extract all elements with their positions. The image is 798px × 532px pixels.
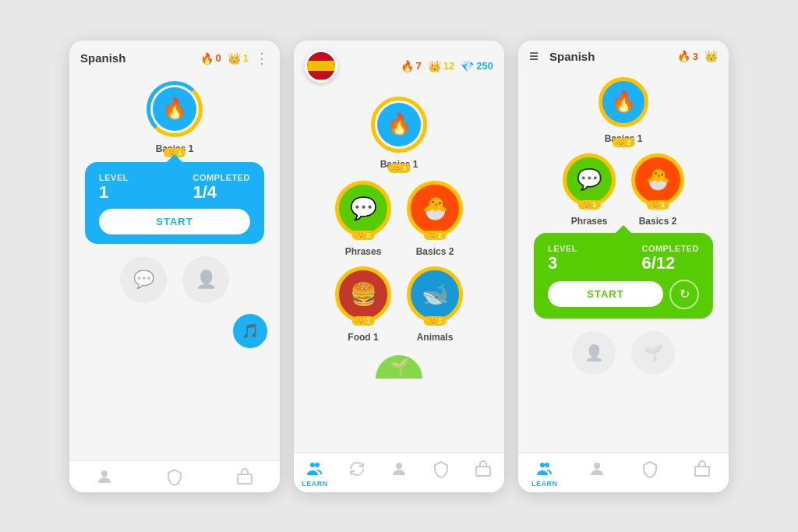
phrases-node-3: 💬 👑 1	[563, 153, 616, 206]
basics2-item-2[interactable]: 🐣 👑 2 Basics 2	[407, 181, 463, 257]
popup-card-3: Level 3 Completed 6/12 START ↻	[534, 233, 713, 319]
phrases-crown-2: 👑 2	[352, 231, 375, 240]
nav-label-learn-2: LEARN	[302, 480, 328, 488]
popup-level-1: Level 1	[99, 173, 129, 203]
nav-learn-3[interactable]: Learn	[518, 460, 571, 488]
nav-learn-2[interactable]: LEARN	[294, 460, 336, 488]
music-icon-1: 🎵	[233, 314, 267, 348]
crown-icon-1: 👑	[228, 52, 241, 65]
nav-person-2[interactable]	[378, 460, 420, 488]
svg-point-2	[310, 463, 315, 467]
svg-point-7	[545, 463, 549, 467]
basics1-ring-2: 🔥	[371, 97, 427, 153]
basics2-ring-2: 🐣	[407, 181, 463, 237]
faded-node-3b: 🌱	[631, 331, 675, 375]
svg-point-6	[540, 463, 545, 467]
header-2: 🔥 7 👑 12 💎 250	[294, 41, 504, 89]
phrases-item-2[interactable]: 💬 👑 2 Phrases	[335, 181, 391, 257]
phone-screen-3: ☰ Spanish 🔥 3 👑 🔥 👑 2 Basics 1	[518, 41, 729, 492]
svg-rect-9	[695, 467, 709, 476]
basics2-crown-3: 👑 1	[647, 200, 669, 210]
nav-learn-1[interactable]	[69, 467, 139, 488]
basics2-label-2: Basics 2	[416, 246, 454, 257]
start-button-1[interactable]: START	[99, 209, 250, 234]
nav-shop-3[interactable]	[676, 460, 729, 488]
learn-icon-3	[535, 460, 554, 478]
person-icon-2	[390, 460, 408, 478]
shop-icon-2	[474, 460, 493, 478]
menu-dots-1[interactable]: ⋮	[255, 50, 269, 67]
crown-icon-3: 👑	[704, 50, 718, 62]
home-icon-1	[95, 467, 114, 486]
basics2-ring-3: 🐣	[631, 153, 684, 206]
svg-rect-5	[476, 467, 490, 476]
streak-stat-3: 🔥 3	[677, 50, 698, 62]
gem-value-2: 250	[476, 60, 493, 72]
popup-completed-3: Completed 6/12	[641, 244, 699, 273]
crown-icon-2: 👑	[428, 60, 441, 72]
basics1-node-wrap-1[interactable]: 🔥 👑1 Basics 1	[147, 81, 203, 154]
svg-point-4	[396, 463, 402, 469]
nav-shop-1[interactable]	[210, 467, 280, 488]
faded-nodes-1: 💬 👤	[120, 256, 229, 308]
flag-yellow-mid	[307, 61, 335, 70]
basics1-node-2[interactable]: 🔥 👑 3 Basics 1	[371, 97, 427, 170]
bottom-nav-2: LEARN	[294, 453, 504, 492]
food-label-2: Food 1	[348, 332, 378, 343]
food-item-2[interactable]: 🍔 👑 1 Food 1	[335, 266, 391, 343]
phrases-ring-3: 💬	[563, 153, 616, 206]
nav-shield-1[interactable]	[139, 467, 210, 488]
bottom-nav-3: Learn	[518, 453, 729, 492]
phone-screen-2: 🔥 7 👑 12 💎 250 🔥 👑 3 Basics 1	[294, 41, 504, 492]
header-1: Spanish 🔥 0 👑 1 ⋮	[69, 41, 280, 73]
faded-node-1b: 👤	[182, 256, 229, 303]
music-btn-1[interactable]: 🎵	[233, 314, 267, 348]
phrases-item-3[interactable]: 💬 👑 1 Phrases	[563, 153, 616, 227]
header-3: ☰ Spanish 🔥 3 👑	[518, 41, 729, 69]
scroll-content-1: 🔥 👑1 Basics 1 Level 1 Completed 1/4	[69, 73, 280, 460]
shield-icon-3	[641, 460, 659, 478]
scroll-content-2: 🔥 👑 3 Basics 1 💬 👑 2 Phrases	[294, 89, 504, 453]
animals-label-2: Animals	[417, 332, 454, 343]
nav-label-learn-3: Learn	[531, 480, 558, 488]
streak-stat-2: 🔥 7	[401, 60, 422, 72]
phrases-crown-3: 👑 1	[578, 200, 601, 210]
crown-value-1: 1	[243, 52, 249, 64]
nav-refresh-2[interactable]	[336, 460, 378, 488]
faded-inner-1a: 💬	[120, 256, 167, 303]
start-button-3[interactable]: START	[548, 281, 663, 307]
hamburger-icon-3[interactable]: ☰	[529, 51, 538, 62]
nav-shop-2[interactable]	[462, 460, 504, 488]
btn-row-3: START ↻	[548, 280, 699, 309]
person-icon-3	[588, 460, 606, 478]
popup-row-1: Level 1 Completed 1/4	[99, 173, 250, 203]
flag-red-bot	[307, 71, 335, 80]
level-value-3: 3	[548, 253, 577, 273]
streak-value-3: 3	[693, 51, 698, 62]
scroll-content-3: 🔥 👑 2 Basics 1 💬 👑 1 Phrases	[518, 69, 729, 453]
nav-shield-2[interactable]	[420, 460, 462, 488]
shield-icon-1	[165, 467, 184, 486]
basics1-ring-3: 🔥	[598, 77, 648, 127]
faded-node-3a: 👤	[572, 331, 616, 375]
svg-rect-1	[238, 474, 252, 484]
fire-icon-2: 🔥	[401, 60, 414, 72]
basics2-node-3: 🐣 👑 1	[631, 153, 684, 206]
learn-icon-2	[305, 460, 324, 478]
food-ring-2: 🍔	[335, 266, 391, 322]
animals-item-2[interactable]: 🐋 👑 1 Animals	[407, 266, 463, 343]
basics1-inner-1: 🔥	[153, 87, 196, 131]
lesson-grid-2: 💬 👑 2 Phrases 🐣 👑 2 Basics 2	[320, 174, 478, 349]
nav-shield-3[interactable]	[623, 460, 676, 488]
gem-icon-2: 💎	[461, 60, 474, 72]
bottom-nav-1	[69, 460, 280, 492]
basics1-node-3[interactable]: 🔥 👑 2 Basics 1	[598, 77, 648, 144]
basics1-crown-2: 👑 3	[388, 164, 411, 173]
crown-stat-2: 👑 12	[428, 60, 454, 72]
header-title-3: Spanish	[549, 50, 671, 63]
completed-label-1: Completed	[192, 173, 250, 182]
refresh-btn-3[interactable]: ↻	[669, 280, 699, 309]
nav-person-3[interactable]	[571, 460, 624, 488]
row-nodes-3: 💬 👑 1 Phrases 🐣 👑 1 Basics 2	[563, 153, 684, 227]
basics2-item-3[interactable]: 🐣 👑 1 Basics 2	[631, 153, 684, 227]
